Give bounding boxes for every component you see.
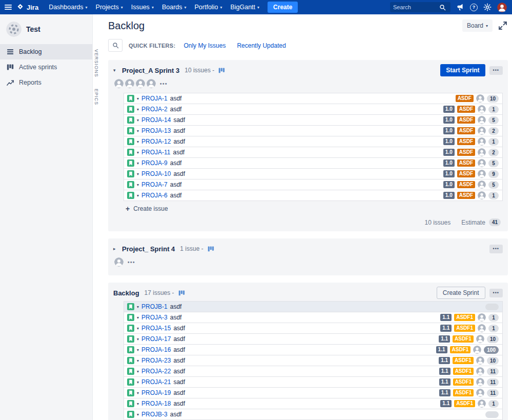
- chevron-down-icon[interactable]: ▾: [137, 380, 139, 385]
- project-header[interactable]: Test: [0, 14, 92, 44]
- more-actions-button[interactable]: •••: [489, 66, 503, 75]
- issue-key-link[interactable]: PROJA-18: [141, 400, 171, 407]
- settings-gear-icon[interactable]: [483, 3, 491, 11]
- issue-key-link[interactable]: PROJA-19: [141, 389, 171, 396]
- issue-key-link[interactable]: PROJB-3: [141, 411, 168, 418]
- issue-row[interactable]: ▾PROJA-11asdf1.0ASDF2: [124, 147, 503, 158]
- sidebar-item-reports[interactable]: Reports: [0, 75, 92, 90]
- create-button[interactable]: Create: [268, 2, 298, 13]
- backlog-search-button[interactable]: [108, 39, 122, 52]
- nav-item-projects[interactable]: Projects▾: [92, 0, 127, 14]
- chevron-down-icon[interactable]: ▾: [137, 358, 139, 363]
- issue-row[interactable]: ▾PROJA-7asdf1.0ASDF5: [124, 179, 503, 190]
- help-icon[interactable]: ?: [470, 4, 478, 11]
- chevron-down-icon[interactable]: ▾: [137, 129, 139, 133]
- avatar[interactable]: [136, 79, 145, 88]
- issue-row[interactable]: ▾PROJA-22asdf1.1ASDF111: [124, 366, 503, 377]
- issue-row[interactable]: ▾PROJA-17asdf1.1ASDF110: [124, 333, 503, 345]
- chevron-right-icon[interactable]: ▸: [113, 246, 119, 251]
- search-input[interactable]: [393, 4, 437, 10]
- nav-item-dashboards[interactable]: Dashboards▾: [45, 0, 91, 14]
- fullscreen-icon[interactable]: [498, 21, 508, 31]
- sidebar-item-backlog[interactable]: Backlog: [0, 44, 92, 59]
- chevron-down-icon[interactable]: ▾: [137, 348, 139, 352]
- start-sprint-button[interactable]: Start Sprint: [440, 64, 485, 76]
- issue-row[interactable]: ▾PROJA-13asdf1.0ASDF2: [124, 125, 503, 136]
- avatar[interactable]: [147, 79, 156, 88]
- chevron-down-icon[interactable]: ▾: [137, 161, 139, 166]
- issue-key-link[interactable]: PROJA-13: [141, 127, 171, 134]
- chevron-down-icon[interactable]: ▾: [137, 118, 139, 123]
- jira-home-link[interactable]: Jira: [13, 4, 44, 11]
- issue-row[interactable]: ▾PROJA-12asdf1.0ASDF1: [124, 136, 503, 147]
- chevron-down-icon[interactable]: ▾: [137, 391, 139, 395]
- megaphone-icon[interactable]: [456, 3, 464, 11]
- chevron-down-icon[interactable]: ▾: [137, 326, 139, 331]
- user-avatar[interactable]: [497, 3, 507, 12]
- issue-key-link[interactable]: PROJA-14: [141, 116, 171, 124]
- chevron-down-icon[interactable]: ▾: [137, 150, 139, 155]
- avatar[interactable]: [114, 257, 124, 267]
- issue-key-link[interactable]: PROJA-23: [141, 357, 171, 364]
- view-switcher-button[interactable]: Board ▾: [462, 19, 493, 32]
- nav-item-biggantt[interactable]: BigGantt▾: [226, 0, 263, 14]
- issue-row[interactable]: ▾PROJA-21sadf1.1ASDF111: [124, 376, 503, 388]
- issue-row[interactable]: ▾PROJA-2asdf1.0ASDF1: [124, 104, 503, 115]
- create-issue-button[interactable]: +Create issue: [126, 205, 503, 212]
- quick-filter-only-my-issues[interactable]: Only My Issues: [183, 42, 226, 49]
- issue-key-link[interactable]: PROJA-11: [141, 149, 170, 156]
- issue-row[interactable]: ▾PROJA-3asdf1.1ASDF11: [124, 312, 503, 323]
- rail-tab-epics[interactable]: EPICS: [94, 89, 99, 105]
- issue-row[interactable]: ▾PROJA-16asdf1.1ASDF1100: [124, 344, 503, 355]
- chevron-down-icon[interactable]: ▾: [137, 139, 139, 144]
- issue-key-link[interactable]: PROJA-15: [141, 325, 171, 332]
- chevron-down-icon[interactable]: ▾: [137, 107, 139, 112]
- issue-row[interactable]: ▾PROJA-9asdf1.0ASDF5: [124, 157, 503, 169]
- issue-row[interactable]: ▾PROJA-18asdf1.1ASDF11: [124, 398, 503, 409]
- rail-tab-versions[interactable]: VERSIONS: [94, 49, 99, 77]
- issue-key-link[interactable]: PROJA-16: [141, 346, 171, 353]
- global-search[interactable]: [390, 2, 450, 12]
- issue-row[interactable]: ▾PROJB-3asdf: [124, 409, 503, 420]
- chevron-down-icon[interactable]: ▾: [113, 68, 119, 73]
- chevron-down-icon[interactable]: ▾: [137, 412, 139, 417]
- chevron-down-icon[interactable]: ▾: [137, 402, 139, 406]
- issue-row[interactable]: ▾PROJA-1asdfASDF10: [124, 93, 503, 104]
- nav-item-boards[interactable]: Boards▾: [158, 0, 191, 14]
- issue-key-link[interactable]: PROJA-3: [141, 314, 168, 321]
- issue-key-link[interactable]: PROJA-9: [141, 159, 168, 167]
- issue-key-link[interactable]: PROJA-10: [141, 170, 171, 177]
- more-actions-button[interactable]: •••: [489, 245, 503, 253]
- issue-row[interactable]: ▾PROJA-19asdf1.1ASDF111: [124, 387, 503, 398]
- issue-key-link[interactable]: PROJB-1: [141, 303, 168, 310]
- create-sprint-button[interactable]: Create Sprint: [437, 287, 485, 299]
- more-actions-button[interactable]: •••: [489, 289, 503, 297]
- chevron-down-icon[interactable]: ▾: [137, 369, 139, 374]
- chevron-down-icon[interactable]: ▾: [137, 193, 139, 198]
- issue-key-link[interactable]: PROJA-21: [141, 378, 171, 386]
- issue-row[interactable]: ▾PROJA-6asdf1.0ASDF1: [124, 190, 503, 201]
- issue-row[interactable]: ▾PROJA-23asdf1.1ASDF110: [124, 355, 503, 366]
- chevron-down-icon[interactable]: ▾: [137, 183, 139, 187]
- nav-item-portfolio[interactable]: Portfolio▾: [191, 0, 227, 14]
- chevron-down-icon[interactable]: ▾: [137, 305, 139, 309]
- issue-key-link[interactable]: PROJA-1: [141, 95, 168, 102]
- issue-key-link[interactable]: PROJA-17: [141, 335, 171, 343]
- issue-key-link[interactable]: PROJA-12: [141, 138, 171, 145]
- issue-row[interactable]: ▾PROJA-10asdf1.0ASDF9: [124, 168, 503, 179]
- more-assignees-button[interactable]: •••: [160, 81, 168, 87]
- issue-key-link[interactable]: PROJA-2: [141, 106, 168, 113]
- nav-item-issues[interactable]: Issues▾: [127, 0, 158, 14]
- issue-key-link[interactable]: PROJA-22: [141, 368, 171, 375]
- issue-row[interactable]: ▾PROJA-14sadf1.0ASDF5: [124, 114, 503, 126]
- quick-filter-recently-updated[interactable]: Recently Updated: [237, 42, 285, 49]
- avatar[interactable]: [125, 79, 134, 88]
- sidebar-item-active-sprints[interactable]: Active sprints: [0, 59, 92, 75]
- issue-row[interactable]: ▾PROJB-1asdf: [124, 301, 503, 312]
- menu-icon[interactable]: [4, 3, 12, 11]
- chevron-down-icon[interactable]: ▾: [137, 172, 139, 176]
- issue-key-link[interactable]: PROJA-7: [141, 181, 168, 188]
- chevron-down-icon[interactable]: ▾: [137, 96, 139, 101]
- chevron-down-icon[interactable]: ▾: [137, 337, 139, 342]
- more-assignees-button[interactable]: •••: [128, 259, 135, 265]
